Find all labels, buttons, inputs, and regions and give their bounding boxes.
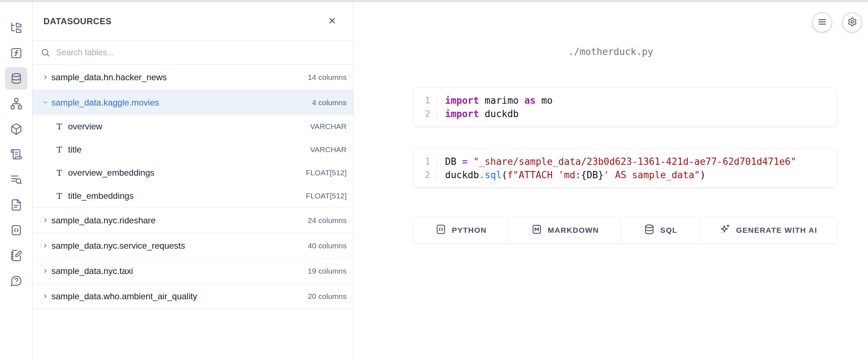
settings-button[interactable] (842, 12, 862, 33)
text-type-icon: T (54, 191, 64, 201)
code-line: 2duckdb.sql(f"ATTACH 'md:{DB}' AS sample… (413, 168, 837, 181)
line-number: 1 (413, 157, 437, 167)
table-name: sample_data.nyc.service_requests (51, 241, 185, 251)
table-row[interactable]: sample_data.who.ambient_air_quality20 co… (33, 284, 353, 309)
table-name: sample_data.nyc.taxi (51, 266, 133, 276)
close-panel-button[interactable] (325, 14, 339, 29)
x-icon (327, 16, 337, 27)
function-square-icon (5, 42, 27, 64)
rail-item-scroll-text[interactable] (4, 142, 29, 167)
column-name: overview (68, 121, 102, 132)
table-name: sample_data.who.ambient_air_quality (51, 291, 197, 301)
column-row[interactable]: Toverview_embeddingsFLOAT[512] (33, 161, 353, 184)
code-cell[interactable]: 1DB = "_share/sample_data/23b0d623-1361-… (413, 149, 837, 188)
menu-button[interactable] (812, 12, 832, 33)
table-column-count: 40 columns (308, 241, 347, 250)
rail-item-code-square[interactable] (4, 218, 29, 243)
add-cell-button-label: SQL (660, 226, 678, 235)
list-search-icon (5, 168, 27, 191)
column-type: VARCHAR (310, 145, 347, 154)
add-cell-generate-with-ai-button[interactable]: GENERATE WITH AI (700, 217, 837, 243)
rail-item-package[interactable] (4, 116, 29, 142)
rail-item-file-text[interactable] (4, 192, 29, 218)
column-type: FLOAT[512] (306, 192, 347, 200)
notebook-area: ./motherduck.py 1import marimo as mo2imp… (353, 2, 868, 360)
markdown-square-icon (531, 224, 542, 237)
table-search-row (33, 40, 353, 65)
rail-item-help-chat[interactable] (4, 268, 29, 293)
column-type: VARCHAR (310, 122, 347, 131)
tables-list: sample_data.hn.hacker_news14 columnssamp… (33, 65, 353, 360)
add-cell-button-row: PYTHONMARKDOWNSQLGENERATE WITH AI (413, 217, 837, 244)
file-text-icon (5, 194, 27, 216)
text-type-icon: T (54, 145, 64, 154)
chevron-right-icon (41, 267, 49, 275)
table-column-count: 19 columns (308, 267, 347, 275)
add-cell-button-label: PYTHON (452, 226, 487, 235)
add-cell-button-label: GENERATE WITH AI (736, 226, 817, 235)
text-type-icon: T (54, 122, 64, 131)
rail-item-network[interactable] (4, 91, 29, 116)
notebook-controls (812, 12, 862, 33)
package-icon (5, 118, 27, 140)
code-text: DB = "_share/sample_data/23b0d623-1361-4… (437, 156, 796, 167)
column-row[interactable]: ToverviewVARCHAR (33, 115, 353, 138)
menu-icon (817, 17, 827, 28)
rail-item-file-tree[interactable] (4, 15, 29, 40)
table-name: sample_data.kaggle.movies (51, 98, 159, 108)
table-column-count: 24 columns (308, 216, 347, 225)
code-line: 1DB = "_share/sample_data/23b0d623-1361-… (413, 155, 837, 168)
chevron-right-icon (41, 73, 49, 81)
rail-item-function-square[interactable] (4, 40, 29, 66)
chevron-right-icon (41, 242, 49, 250)
table-row[interactable]: sample_data.kaggle.movies4 columns (33, 90, 353, 115)
table-name: sample_data.hn.hacker_news (51, 72, 167, 82)
table-row[interactable]: sample_data.hn.hacker_news14 columns (33, 65, 353, 90)
table-column-count: 4 columns (312, 98, 347, 107)
panel-title: DATASOURCES (43, 16, 111, 26)
table-name: sample_data.nyc.rideshare (51, 215, 156, 226)
add-cell-sql-button[interactable]: SQL (621, 217, 700, 243)
add-cell-button-label: MARKDOWN (548, 226, 599, 235)
settings-icon (847, 17, 857, 28)
line-number: 2 (413, 170, 437, 180)
text-type-icon: T (54, 168, 64, 177)
scroll-text-icon (5, 143, 27, 166)
table-row[interactable]: sample_data.nyc.taxi19 columns (33, 258, 353, 284)
database-icon (5, 67, 27, 90)
app-root: DATASOURCES sample_data.hn.hacker_news14… (0, 2, 868, 360)
file-tree-icon (5, 17, 27, 39)
table-row[interactable]: sample_data.nyc.rideshare24 columns (33, 208, 353, 233)
rail-item-database[interactable] (4, 66, 29, 91)
notebook-filename: ./motherduck.py (353, 46, 868, 57)
add-cell-markdown-button[interactable]: MARKDOWN (509, 217, 621, 243)
rail-item-list-search[interactable] (4, 167, 29, 192)
column-name: overview_embeddings (68, 168, 154, 178)
add-cell-python-button[interactable]: PYTHON (413, 217, 509, 243)
code-square-icon (5, 219, 27, 241)
code-square-icon (435, 224, 446, 237)
database-icon (644, 224, 655, 237)
search-input[interactable] (56, 48, 344, 57)
table-row[interactable]: sample_data.nyc.service_requests40 colum… (33, 233, 353, 258)
line-number: 2 (413, 109, 437, 119)
code-text: duckdb.sql(f"ATTACH 'md:{DB}' AS sample_… (437, 170, 706, 180)
code-text: import marimo as mo (437, 95, 552, 106)
chevron-right-icon (41, 217, 49, 224)
code-line: 1import marimo as mo (413, 94, 837, 107)
sparkles-icon (719, 224, 731, 237)
column-row[interactable]: Ttitle_embeddingsFLOAT[512] (33, 184, 353, 207)
chevron-right-icon (41, 292, 49, 300)
helper-icon-rail (0, 2, 33, 360)
search-icon (41, 48, 50, 57)
table-column-count: 20 columns (308, 292, 347, 301)
table-column-count: 14 columns (308, 73, 347, 82)
column-name: title_embeddings (68, 191, 134, 201)
panel-header: DATASOURCES (33, 2, 353, 40)
column-row[interactable]: TtitleVARCHAR (33, 138, 353, 161)
rail-item-notebook-pen[interactable] (4, 243, 29, 268)
column-name: title (68, 145, 81, 155)
cells-container: 1import marimo as mo2import duckdb1DB = … (413, 87, 837, 244)
code-cell[interactable]: 1import marimo as mo2import duckdb (413, 87, 837, 127)
line-number: 1 (413, 95, 437, 106)
